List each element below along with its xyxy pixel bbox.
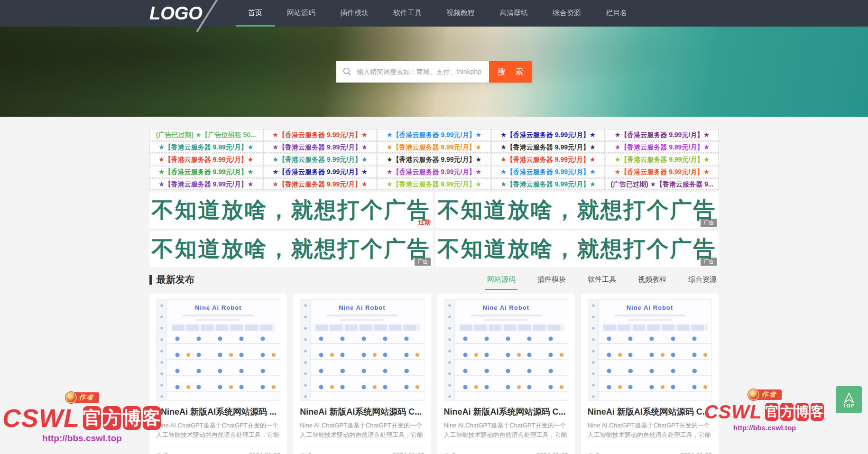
thumb-subtitle-line bbox=[483, 319, 529, 321]
eye-icon: ◎ bbox=[444, 452, 450, 454]
text-ad-link[interactable]: ★【香港云服务器 9.99元/月】★ bbox=[491, 178, 604, 190]
text-ad-link[interactable]: ★【香港云服务器 9.99元/月】★ bbox=[378, 141, 490, 153]
card-list: Nine Ai Robot 1NineAi 新版AI系统网站源码 ... Nin… bbox=[149, 294, 719, 454]
text-ad-link[interactable]: ★【香港云服务器 9.99元/月】★ bbox=[378, 154, 490, 165]
logo-text: LOGO bbox=[149, 3, 203, 23]
text-ad-link[interactable]: ★【香港云服务器 9.99元/月】★ bbox=[263, 129, 376, 140]
nav-item-video-tutorials[interactable]: 视频教程 bbox=[434, 0, 487, 27]
text-ad-link[interactable]: ★【香港云服务器 9.99元/月】★ bbox=[606, 166, 719, 177]
thumb-sidebar-decoration bbox=[444, 300, 455, 400]
post-description: Nine AI.ChatGPT是基于ChatGPT开发的一个人工智能技术驱动的自… bbox=[588, 421, 712, 440]
post-footer: ◎ 0 2024-01-23 bbox=[156, 446, 280, 454]
thumb-sidebar-decoration bbox=[300, 300, 311, 400]
main-nav: 首页 网站源码 插件模块 软件工具 视频教程 高清壁纸 综合资源 栏目名 bbox=[236, 0, 639, 27]
text-ad-link[interactable]: ★【香港云服务器 9.99元/月】★ bbox=[491, 166, 604, 177]
text-ad-link[interactable]: ★【香港云服务器 9.99元/月】★ bbox=[378, 166, 490, 177]
latest-section-head: 最新发布 网站源码 插件模块 软件工具 视频教程 综合资源 bbox=[149, 273, 719, 290]
banner-ad-text: 不知道放啥，就想打个广告 bbox=[152, 195, 431, 225]
nav-item-plugins[interactable]: 插件模块 bbox=[328, 0, 381, 27]
text-ad-link[interactable]: ★【香港云服务器 9.99元/月】★ bbox=[149, 166, 262, 177]
watermark-brand-latin: CSWL bbox=[2, 405, 80, 431]
text-ad-link[interactable]: ★【香港云服务器 9.99元/月】★ bbox=[606, 154, 719, 165]
watermark-stamp-char: 博 bbox=[795, 403, 809, 421]
text-ad-link[interactable]: ★【香港云服务器 9.99元/月】★ bbox=[263, 178, 376, 190]
ad-tag: 广告 bbox=[415, 258, 431, 266]
thumb-sidebar-decoration bbox=[588, 300, 599, 400]
text-ad-link[interactable]: ★【香港云服务器 9.99元/月】★ bbox=[491, 129, 604, 140]
nav-item-hd-wallpapers[interactable]: 高清壁纸 bbox=[487, 0, 540, 27]
author-badge-label: 作者 bbox=[756, 389, 782, 400]
navbar: LOGO 首页 网站源码 插件模块 软件工具 视频教程 高清壁纸 综合资源 栏目… bbox=[0, 0, 868, 27]
watermark-stamp-char: 客 bbox=[143, 406, 161, 430]
post-title: NineAi 新版AI系统网站源码 C... bbox=[300, 406, 424, 417]
banner-ad-text: 不知道放啥，就想打个广告 bbox=[438, 195, 717, 225]
thumb-menu-band bbox=[172, 324, 275, 331]
post-card-2[interactable]: Nine Ai Robot NineAi 新版AI系统网站源码 C... Nin… bbox=[293, 294, 431, 454]
post-card-4[interactable]: Nine Ai Robot NineAi 新版AI系统网站源码 C... Nin… bbox=[581, 294, 719, 454]
post-card-1[interactable]: Nine Ai Robot 1NineAi 新版AI系统网站源码 ... Nin… bbox=[149, 294, 287, 454]
post-card-3[interactable]: Nine Ai Robot NineAi 新版AI系统网站源码 C... Nin… bbox=[437, 294, 575, 454]
text-ad-link[interactable]: ★【香港云服务器 9.99元/月】★ bbox=[378, 178, 490, 190]
tab-site-source[interactable]: 网站源码 bbox=[485, 275, 517, 290]
text-ad-link[interactable]: (广告已过期) ★【广告位招租 50... bbox=[149, 129, 262, 140]
tab-plugins[interactable]: 插件模块 bbox=[536, 275, 568, 290]
search-input[interactable] bbox=[357, 68, 483, 75]
tab-misc-resources[interactable]: 综合资源 bbox=[686, 275, 719, 290]
text-ad-link[interactable]: ★【香港云服务器 9.99元/月】★ bbox=[149, 178, 262, 190]
logo[interactable]: LOGO bbox=[149, 0, 223, 27]
tab-video-tutorials[interactable]: 视频教程 bbox=[636, 275, 668, 290]
banner-ad-1[interactable]: 不知道放啥，就想打个广告 过期 bbox=[149, 192, 433, 228]
text-ad-link[interactable]: ★【香港云服务器 9.99元/月】★ bbox=[263, 154, 376, 165]
watermark-stamp-char: 官 bbox=[83, 406, 101, 430]
view-count-value: 0 bbox=[452, 452, 455, 454]
title-accent-bar bbox=[149, 275, 152, 285]
author-badge: 作者 bbox=[65, 392, 99, 403]
post-date: 2024-01-23 bbox=[393, 452, 425, 454]
ad-tag: 广告 bbox=[701, 219, 717, 227]
thumb-icon-grid bbox=[455, 334, 568, 400]
text-ad-link[interactable]: ★【香港云服务器 9.99元/月】★ bbox=[263, 166, 376, 177]
thumb-subtitle-line bbox=[471, 315, 542, 316]
banner-ad-3[interactable]: 不知道放啥，就想打个广告 广告 bbox=[149, 231, 433, 267]
text-ad-link[interactable]: ★【香港云服务器 9.99元/月】★ bbox=[491, 141, 604, 153]
tab-software-tools[interactable]: 软件工具 bbox=[586, 275, 618, 290]
text-ad-link[interactable]: ★【香港云服务器 9.99元/月】★ bbox=[606, 141, 719, 153]
post-title: 1NineAi 新版AI系统网站源码 ... bbox=[156, 406, 280, 417]
text-ad-link[interactable]: ★【香港云服务器 9.99元/月】★ bbox=[263, 141, 376, 153]
nav-item-site-source[interactable]: 网站源码 bbox=[275, 0, 328, 27]
back-to-top-label: TOP bbox=[843, 403, 854, 408]
thumb-subtitle-line bbox=[195, 319, 241, 321]
hero-banner: 搜 索 bbox=[0, 27, 868, 117]
text-ad-link[interactable]: (广告已过期) ★【香港云服务器 9... bbox=[606, 178, 719, 190]
watermark-brand: CSWL 官 方 博 客 bbox=[708, 402, 822, 421]
latest-tabs: 网站源码 插件模块 软件工具 视频教程 综合资源 bbox=[485, 275, 719, 290]
expired-tag: 过期 bbox=[418, 218, 431, 227]
search-icon bbox=[342, 67, 352, 76]
watermark-stamp-char: 官 bbox=[765, 403, 778, 421]
banner-ad-2[interactable]: 不知道放啥，就想打个广告 广告 bbox=[435, 192, 719, 228]
post-thumbnail: Nine Ai Robot bbox=[588, 299, 712, 401]
banner-ad-4[interactable]: 不知道放啥，就想打个广告 广告 bbox=[435, 231, 719, 267]
main-container: (广告已过期) ★【广告位招租 50... ★【香港云服务器 9.99元/月】★… bbox=[149, 129, 719, 454]
back-to-top-button[interactable]: TOP bbox=[836, 386, 862, 413]
text-ad-link[interactable]: ★【香港云服务器 9.99元/月】★ bbox=[149, 154, 262, 165]
nav-item-software-tools[interactable]: 软件工具 bbox=[381, 0, 434, 27]
nav-item-misc-resources[interactable]: 综合资源 bbox=[540, 0, 593, 27]
thumb-subtitle-line bbox=[627, 319, 673, 321]
search-button[interactable]: 搜 索 bbox=[489, 61, 532, 83]
search-field bbox=[336, 61, 489, 83]
text-ad-link[interactable]: ★【香港云服务器 9.99元/月】★ bbox=[378, 129, 490, 140]
text-ad-link[interactable]: ★【香港云服务器 9.99元/月】★ bbox=[149, 141, 262, 153]
nav-item-column-name[interactable]: 栏目名 bbox=[593, 0, 639, 27]
text-ad-link[interactable]: ★【香港云服务器 9.99元/月】★ bbox=[606, 129, 719, 140]
view-count-value: 0 bbox=[308, 452, 311, 454]
nav-item-home[interactable]: 首页 bbox=[236, 0, 275, 27]
thumb-subtitle-line bbox=[183, 315, 254, 316]
view-count: ◎ 0 bbox=[444, 452, 455, 454]
text-ad-link[interactable]: ★【香港云服务器 9.99元/月】★ bbox=[491, 154, 604, 165]
post-thumbnail: Nine Ai Robot bbox=[156, 299, 280, 401]
ad-tag: 广告 bbox=[701, 258, 717, 266]
eye-icon: ◎ bbox=[156, 452, 162, 454]
thumb-title: Nine Ai Robot bbox=[300, 300, 424, 311]
post-thumbnail: Nine Ai Robot bbox=[444, 299, 568, 401]
